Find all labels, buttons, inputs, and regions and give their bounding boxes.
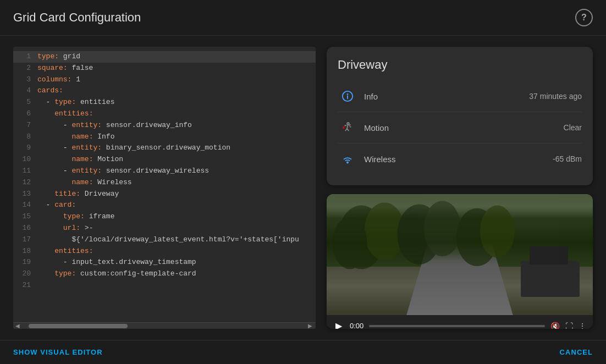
entity-name-wireless: Wireless [364,155,553,164]
code-line: 18 entities: [13,246,316,257]
scroll-left-arrow[interactable]: ◀ [15,323,20,329]
line-content: name: Wireless [37,177,132,189]
scene-svg [327,194,593,315]
entity-name-motion: Motion [364,123,564,133]
more-options-icon[interactable]: ⋮ [579,322,586,329]
line-content: - entity: sensor.driveway_info [37,120,192,131]
line-content: ${'/local/driveway_latest_event.html?v='… [37,234,299,246]
line-content: - type: entities [37,97,114,108]
entity-state-wireless: -65 dBm [553,155,582,163]
svg-line-6 [350,126,351,127]
code-line: 8 name: Info [13,131,316,143]
fullscreen-icon[interactable]: ⛶ [565,322,573,329]
svg-rect-17 [327,194,593,223]
entity-state-info: 37 minutes ago [529,92,582,101]
line-number: 13 [18,189,31,200]
card-title: Driveway [338,58,582,72]
code-line: 19 - input_text.driveway_timestamp [13,257,316,268]
svg-point-12 [333,217,367,269]
line-number: 21 [18,280,31,291]
line-content: square: false [37,63,93,74]
line-content: - card: [37,200,76,211]
code-line: 4cards: [13,85,316,97]
line-content: - entity: binary_sensor.driveway_motion [37,142,230,154]
video-container [327,194,593,315]
line-number: 11 [18,166,31,177]
mute-icon[interactable]: 🔇 [550,322,560,329]
entity-name-info: Info [364,92,529,101]
line-content: type: grid [37,51,80,63]
code-line: 10 name: Motion [13,154,316,166]
line-number: 16 [18,223,31,234]
play-button[interactable]: ▶ [333,319,344,329]
line-number: 14 [18,200,31,211]
line-content: - entity: sensor.driveway_wireless [37,166,209,177]
code-line: 5 - type: entities [13,97,316,108]
video-controls: ▶ 0:00 🔇 ⛶ ⋮ [327,315,593,329]
code-line: 9 - entity: binary_sensor.driveway_motio… [13,142,316,154]
line-number: 20 [18,268,31,280]
line-content: - input_text.driveway_timestamp [37,257,196,268]
line-content: url: >- [37,223,93,234]
code-line: 20 type: custom:config-template-card [13,268,316,280]
code-line: 12 name: Wireless [13,177,316,189]
line-number: 2 [18,63,31,74]
code-line: 15 type: iframe [13,211,316,223]
line-number: 4 [18,85,31,97]
line-content: title: Driveway [37,189,119,200]
line-number: 9 [18,142,31,154]
dialog-footer: SHOW VISUAL EDITOR CANCEL [0,340,606,364]
help-button[interactable]: ? [575,9,593,26]
line-content: name: Info [37,131,114,143]
line-content: columns: 1 [37,74,80,86]
preview-panel: Driveway Info 37 minutes ago [327,47,593,329]
wifi-icon [338,149,357,169]
line-content: cards: [37,85,63,97]
svg-line-5 [349,125,351,126]
dialog-content: 1type: grid2square: false3columns: 14car… [0,36,606,340]
video-card: ▶ 0:00 🔇 ⛶ ⋮ [327,194,593,329]
line-number: 3 [18,74,31,86]
code-line: 16 url: >- [13,223,316,234]
svg-line-8 [343,126,345,128]
info-icon [338,86,357,106]
scroll-right-arrow[interactable]: ▶ [308,323,312,329]
code-line: 11 - entity: sensor.driveway_wireless [13,166,316,177]
code-line: 7 - entity: sensor.driveway_info [13,120,316,131]
line-content: name: Motion [37,154,123,166]
dialog: Grid Card Configuration ? 1type: grid2sq… [0,0,606,364]
code-line: 21 [13,280,316,291]
line-number: 1 [18,51,31,63]
entity-row-motion: Motion Clear [338,112,582,144]
entity-state-motion: Clear [564,123,582,132]
line-number: 12 [18,177,31,189]
code-editor[interactable]: 1type: grid2square: false3columns: 14car… [13,47,316,329]
svg-point-9 [347,162,348,163]
cancel-button[interactable]: CANCEL [560,348,593,356]
video-bg [327,194,593,315]
show-visual-editor-button[interactable]: SHOW VISUAL EDITOR [13,348,103,356]
line-number: 6 [18,108,31,120]
code-line: 2square: false [13,63,316,74]
line-content: type: iframe [37,211,114,223]
line-content: entities: [37,108,93,120]
scrollbar[interactable]: ◀ ▶ [13,322,316,329]
code-line: 17 ${'/local/driveway_latest_event.html?… [13,234,316,246]
motion-icon [338,118,357,137]
scrollbar-thumb[interactable] [29,324,128,328]
line-content: type: custom:config-template-card [37,268,196,280]
code-area[interactable]: 1type: grid2square: false3columns: 14car… [13,47,316,322]
dialog-title: Grid Card Configuration [13,10,141,25]
code-line: 6 entities: [13,108,316,120]
dialog-header: Grid Card Configuration ? [0,0,606,36]
progress-bar-container[interactable] [369,325,545,327]
entity-row-info: Info 37 minutes ago [338,81,582,112]
line-number: 17 [18,234,31,246]
line-number: 8 [18,131,31,143]
line-number: 7 [18,120,31,131]
time-display: 0:00 [350,322,363,329]
line-number: 15 [18,211,31,223]
line-number: 18 [18,246,31,257]
entities-card: Driveway Info 37 minutes ago [327,47,593,185]
entity-row-wireless: Wireless -65 dBm [338,144,582,174]
